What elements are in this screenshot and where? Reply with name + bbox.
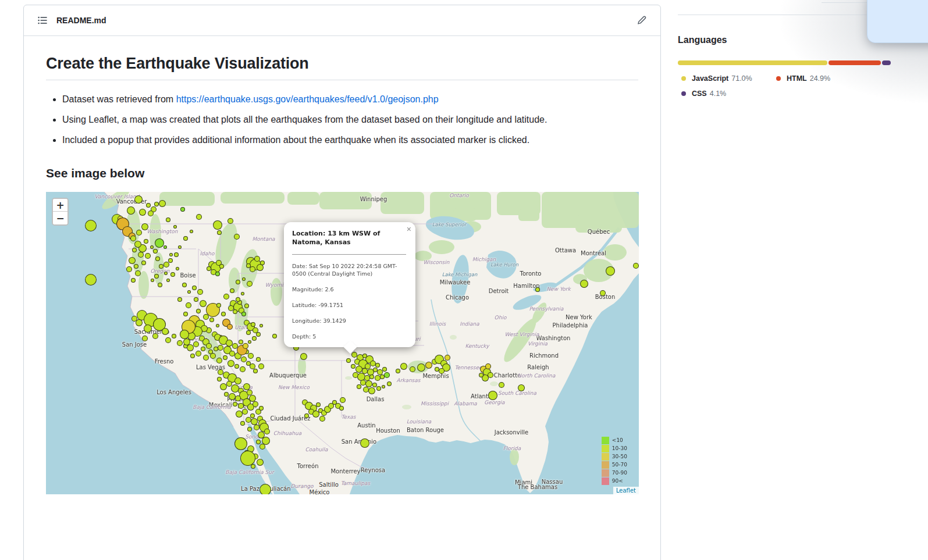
earthquake-marker[interactable] xyxy=(254,256,260,262)
earthquake-marker[interactable] xyxy=(131,278,136,283)
earthquake-marker[interactable] xyxy=(127,206,135,215)
earthquake-marker[interactable] xyxy=(183,312,188,316)
earthquake-marker[interactable] xyxy=(488,391,497,400)
earthquake-marker[interactable] xyxy=(230,288,234,293)
earthquake-marker[interactable] xyxy=(216,303,221,308)
earthquake-marker[interactable] xyxy=(176,267,179,270)
earthquake-marker[interactable] xyxy=(238,403,244,409)
earthquake-marker[interactable] xyxy=(182,283,187,287)
earthquake-marker[interactable] xyxy=(479,373,483,377)
earthquake-marker[interactable] xyxy=(151,279,154,282)
earthquake-marker[interactable] xyxy=(272,334,277,338)
earthquake-marker[interactable] xyxy=(190,230,193,233)
earthquake-marker[interactable] xyxy=(256,357,261,362)
earthquake-marker[interactable] xyxy=(240,451,255,466)
earthquake-marker[interactable] xyxy=(252,336,257,341)
earthquake-marker[interactable] xyxy=(203,355,209,361)
earthquake-marker[interactable] xyxy=(155,256,160,261)
earthquake-marker[interactable] xyxy=(173,225,177,229)
earthquake-marker[interactable] xyxy=(368,387,375,394)
earthquake-marker[interactable] xyxy=(166,279,170,282)
earthquake-marker[interactable] xyxy=(210,353,216,359)
earthquake-marker[interactable] xyxy=(499,382,504,388)
earthquake-marker[interactable] xyxy=(180,330,189,339)
earthquake-marker[interactable] xyxy=(165,337,171,343)
earthquake-marker[interactable] xyxy=(135,270,141,276)
earthquake-marker[interactable] xyxy=(346,358,351,363)
earthquake-marker[interactable] xyxy=(580,280,588,288)
earthquake-marker[interactable] xyxy=(259,406,264,411)
earthquake-marker[interactable] xyxy=(248,340,251,344)
earthquake-marker[interactable] xyxy=(170,272,175,277)
earthquake-marker[interactable] xyxy=(229,393,236,400)
earthquake-marker[interactable] xyxy=(206,343,212,349)
earthquake-marker[interactable] xyxy=(190,354,195,358)
earthquake-marker[interactable] xyxy=(241,356,247,362)
earthquake-marker[interactable] xyxy=(159,264,163,269)
earthquake-marker[interactable] xyxy=(250,266,255,272)
earthquake-marker[interactable] xyxy=(396,369,400,373)
language-legend-item[interactable]: HTML24.9% xyxy=(773,74,867,83)
earthquake-marker[interactable] xyxy=(351,364,355,369)
earthquake-marker[interactable] xyxy=(187,290,191,294)
earthquake-marker[interactable] xyxy=(130,236,136,241)
earthquake-marker[interactable] xyxy=(220,383,227,390)
earthquake-marker[interactable] xyxy=(155,238,164,248)
earthquake-marker[interactable] xyxy=(194,297,198,302)
earthquake-marker[interactable] xyxy=(485,363,491,369)
earthquake-marker[interactable] xyxy=(425,362,432,369)
zoom-in-button[interactable]: + xyxy=(53,199,67,212)
earthquake-marker[interactable] xyxy=(300,353,307,360)
earthquake-marker[interactable] xyxy=(195,351,201,356)
earthquake-marker[interactable] xyxy=(209,318,214,322)
earthquake-marker[interactable] xyxy=(178,245,182,249)
earthquake-marker[interactable] xyxy=(236,297,240,302)
earthquake-marker[interactable] xyxy=(384,372,390,378)
earthquake-marker[interactable] xyxy=(186,302,191,308)
earthquake-marker[interactable] xyxy=(633,263,639,269)
earthquake-marker[interactable] xyxy=(600,290,606,296)
earthquake-marker[interactable] xyxy=(253,401,258,407)
earthquake-marker[interactable] xyxy=(146,203,151,208)
earthquake-marker[interactable] xyxy=(131,316,137,322)
earthquake-marker[interactable] xyxy=(142,336,148,341)
earthquake-marker[interactable] xyxy=(360,438,369,448)
earthquake-marker[interactable] xyxy=(159,200,166,207)
earthquake-marker[interactable] xyxy=(172,334,176,338)
earthquake-marker[interactable] xyxy=(244,304,249,308)
earthquake-marker[interactable] xyxy=(164,272,168,275)
earthquake-marker[interactable] xyxy=(400,363,407,370)
popup-close-icon[interactable]: × xyxy=(407,224,411,234)
earthquake-marker[interactable] xyxy=(126,266,132,272)
earthquake-marker[interactable] xyxy=(236,411,243,418)
earthquake-marker[interactable] xyxy=(254,425,259,430)
earthquake-marker[interactable] xyxy=(148,211,154,216)
earthquake-marker[interactable] xyxy=(134,264,138,269)
earthquake-marker[interactable] xyxy=(221,312,226,316)
language-legend-item[interactable]: CSS4.1% xyxy=(678,90,773,98)
earthquake-marker[interactable] xyxy=(136,230,142,236)
earthquake-marker[interactable] xyxy=(85,220,97,231)
zoom-out-button[interactable]: − xyxy=(53,212,67,224)
earthquake-marker[interactable] xyxy=(246,330,251,335)
earthquake-marker[interactable] xyxy=(242,277,246,281)
earthquake-marker[interactable] xyxy=(233,402,237,406)
earthquake-marker[interactable] xyxy=(339,406,344,411)
earthquake-marker[interactable] xyxy=(85,274,97,286)
earthquake-marker[interactable] xyxy=(139,209,146,216)
edit-readme-button[interactable] xyxy=(634,12,650,28)
earthquake-marker[interactable] xyxy=(382,385,385,388)
earthquake-marker[interactable] xyxy=(247,427,252,431)
earthquake-marker[interactable] xyxy=(235,395,241,401)
earthquake-marker[interactable] xyxy=(138,252,144,258)
earthquake-marker[interactable] xyxy=(134,195,143,204)
earthquake-marker[interactable] xyxy=(234,377,241,384)
earthquake-marker[interactable] xyxy=(227,218,233,224)
earthquake-marker[interactable] xyxy=(200,300,207,307)
earthquake-marker[interactable] xyxy=(180,207,185,212)
earthquake-marker[interactable] xyxy=(129,257,136,264)
earthquake-marker[interactable] xyxy=(369,374,374,379)
earthquake-marker[interactable] xyxy=(243,343,248,349)
earthquake-map[interactable]: VancouverWinnipegQuébecOttawaMontréalTor… xyxy=(46,192,639,494)
earthquake-marker[interactable] xyxy=(256,440,261,444)
